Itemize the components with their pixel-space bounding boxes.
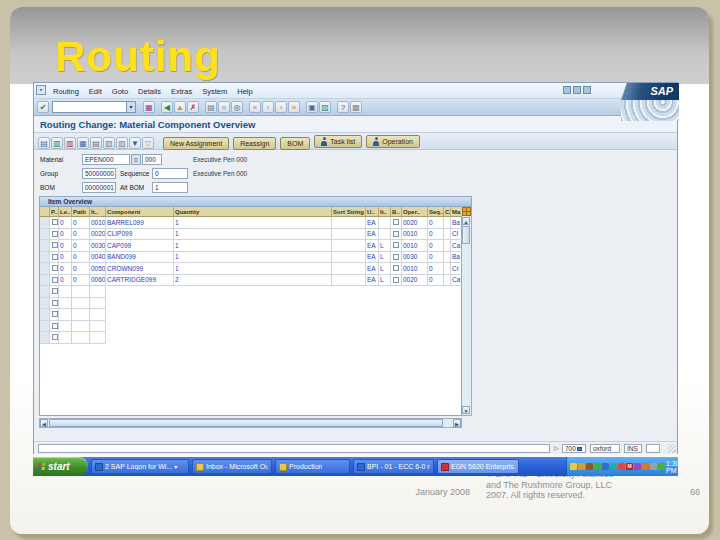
menu-item-routing[interactable]: Routing: [48, 87, 84, 96]
taskbar-item-egn-5620-enterpris[interactable]: EGN 5620 Enterpris...: [437, 459, 519, 474]
tray-icon[interactable]: [634, 463, 641, 470]
checkbox[interactable]: [52, 288, 58, 294]
enter-icon[interactable]: ✔: [37, 101, 49, 113]
menu-item-extras[interactable]: Extras: [166, 87, 197, 96]
checkbox[interactable]: [393, 277, 399, 283]
scroll-left-icon[interactable]: ◀: [40, 419, 48, 427]
column-header-path[interactable]: Path: [72, 207, 90, 217]
tray-icon[interactable]: [586, 463, 593, 470]
button-reassign[interactable]: Reassign: [233, 137, 276, 150]
table-row[interactable]: 000020CLIP0991EA00100Cl: [40, 229, 461, 241]
tray-icon[interactable]: [610, 463, 617, 470]
checkbox[interactable]: [393, 265, 399, 271]
checkbox[interactable]: [52, 231, 58, 237]
column-header-oper[interactable]: Oper..: [402, 207, 428, 217]
find-next-icon[interactable]: ◎: [231, 101, 243, 113]
new-session-icon[interactable]: ▣: [306, 101, 318, 113]
exit-icon[interactable]: ▲: [174, 101, 186, 113]
help-icon[interactable]: ?: [337, 101, 349, 113]
material-ext-field[interactable]: 000: [142, 154, 162, 165]
start-button[interactable]: start: [33, 457, 88, 476]
tray-icon[interactable]: M: [626, 463, 633, 470]
taskbar-item-production[interactable]: Production: [275, 459, 350, 474]
menu-item-system[interactable]: System: [197, 87, 232, 96]
column-header-le[interactable]: Le..: [59, 207, 72, 217]
table-row[interactable]: 000060CARTRIDGE0992EAL00200Ca: [40, 275, 461, 287]
table-row[interactable]: 000050CROWN0991EAL00100Cr: [40, 263, 461, 275]
shortcut-icon[interactable]: ▨: [319, 101, 331, 113]
tray-icon[interactable]: [618, 463, 625, 470]
delete-line-icon[interactable]: ▥: [64, 137, 76, 149]
vertical-scroll-thumb[interactable]: [462, 226, 470, 244]
checkbox[interactable]: [393, 242, 399, 248]
column-header-p[interactable]: P..: [50, 207, 59, 217]
horizontal-scroll-thumb[interactable]: [49, 419, 443, 427]
tray-icon[interactable]: [650, 463, 657, 470]
checkbox[interactable]: [52, 219, 58, 225]
sort-icon[interactable]: ▼: [129, 137, 141, 149]
print-icon[interactable]: ▤: [205, 101, 217, 113]
column-header-it[interactable]: It..: [379, 207, 391, 217]
first-page-icon[interactable]: «: [249, 101, 261, 113]
group-field[interactable]: 50000000: [82, 168, 116, 179]
checkbox[interactable]: [52, 254, 58, 260]
column-header-it[interactable]: It..: [90, 207, 106, 217]
column-header-sort-string[interactable]: Sort String: [332, 207, 366, 217]
tray-icon[interactable]: [642, 463, 649, 470]
vertical-scrollbar[interactable]: ▲ ▼: [462, 206, 472, 416]
material-dropdown-icon[interactable]: ≡: [131, 154, 141, 165]
column-header-u[interactable]: U..: [366, 207, 379, 217]
checkbox[interactable]: [393, 231, 399, 237]
menu-item-help[interactable]: Help: [232, 87, 257, 96]
column-header-c[interactable]: C..: [444, 207, 451, 217]
checkbox[interactable]: [52, 311, 58, 317]
copy-icon[interactable]: ▦: [77, 137, 89, 149]
column-header-seq[interactable]: Seq..: [428, 207, 444, 217]
column-header-selector[interactable]: [40, 207, 50, 217]
button-bom[interactable]: BOM: [280, 137, 310, 150]
tray-icon[interactable]: [602, 463, 609, 470]
taskbar-item-2-sap-logon-for-wi[interactable]: 2 SAP Logon for Wi...▾: [91, 459, 189, 474]
sequence-field[interactable]: 0: [152, 168, 188, 179]
column-header-component[interactable]: Component: [106, 207, 174, 217]
checkbox[interactable]: [52, 334, 58, 340]
material-field[interactable]: EPEN000: [82, 154, 130, 165]
column-header-b[interactable]: B..: [391, 207, 402, 217]
button-operation[interactable]: Operation: [366, 135, 420, 148]
previous-page-icon[interactable]: ‹: [262, 101, 274, 113]
checkbox[interactable]: [393, 219, 399, 225]
tray-icon[interactable]: [658, 463, 665, 470]
find-icon[interactable]: ○: [218, 101, 230, 113]
last-page-icon[interactable]: »: [288, 101, 300, 113]
minimize-icon[interactable]: [563, 86, 571, 94]
table-row[interactable]: 000010BARREL0991EA00200Ba: [40, 217, 461, 229]
button-task-list[interactable]: Task list: [314, 135, 362, 148]
tray-icon[interactable]: [570, 463, 577, 470]
print-list-icon[interactable]: ▤: [90, 137, 102, 149]
save-icon[interactable]: ▦: [143, 101, 155, 113]
checkbox[interactable]: [52, 265, 58, 271]
menu-item-details[interactable]: Details: [133, 87, 166, 96]
customize-icon[interactable]: ▩: [350, 101, 362, 113]
table-settings-icon[interactable]: [462, 207, 471, 216]
scroll-up-icon[interactable]: ▲: [462, 217, 470, 225]
control-menu-icon[interactable]: ▪: [36, 85, 46, 95]
insert-line-icon[interactable]: ▥: [51, 137, 63, 149]
taskbar-item-bpi-01-ecc-6-0-rel[interactable]: BPI - 01 - ECC 6-0 rel...: [353, 459, 434, 474]
bom-field[interactable]: 00000001: [82, 182, 116, 193]
deselect-all-icon[interactable]: ▨: [116, 137, 128, 149]
alt-bom-field[interactable]: 1: [152, 182, 188, 193]
filter-icon[interactable]: ▽: [142, 137, 154, 149]
scroll-right-icon[interactable]: ▶: [453, 419, 461, 427]
checkbox[interactable]: [52, 277, 58, 283]
close-icon[interactable]: [583, 86, 591, 94]
checkbox[interactable]: [52, 300, 58, 306]
menu-item-goto[interactable]: Goto: [107, 87, 133, 96]
checkbox[interactable]: [52, 323, 58, 329]
cancel-icon[interactable]: ✗: [187, 101, 199, 113]
resize-grip[interactable]: [668, 444, 676, 453]
next-page-icon[interactable]: ›: [275, 101, 287, 113]
button-new-assignment[interactable]: New Assignment: [163, 137, 229, 150]
tray-icon[interactable]: [594, 463, 601, 470]
checkbox[interactable]: [52, 242, 58, 248]
